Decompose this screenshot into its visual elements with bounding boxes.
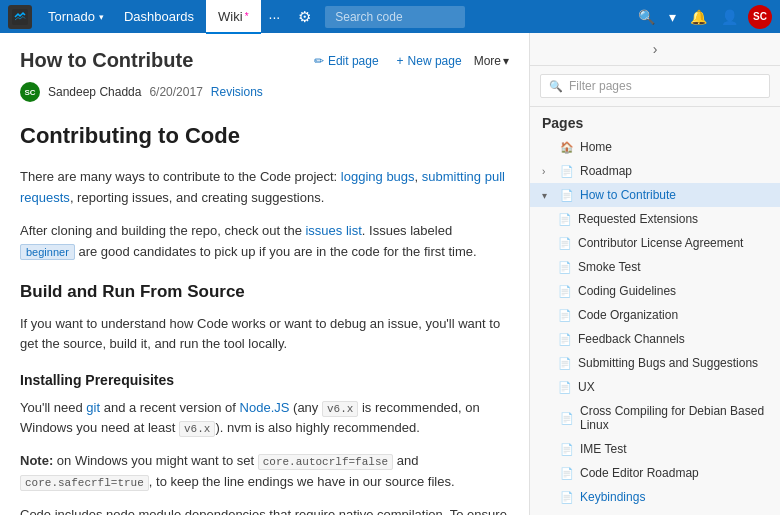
sidebar-item-label: Feedback Channels <box>578 332 768 346</box>
sidebar-item-color-customization[interactable]: 📄 Color customization color id changes <box>530 509 780 515</box>
plus-icon: + <box>397 54 404 68</box>
prereq-heading: Installing Prerequisites <box>20 369 509 391</box>
sidebar-item-ime-test[interactable]: 📄 IME Test <box>530 437 780 461</box>
note-label: Note: <box>20 453 53 468</box>
notifications-icon[interactable]: 🔔 <box>686 9 711 25</box>
sidebar-toggle[interactable]: › <box>530 33 780 66</box>
sidebar-item-label: Code Editor Roadmap <box>580 466 768 480</box>
logging-bugs-link[interactable]: logging bugs <box>341 169 415 184</box>
edit-icon: ✏ <box>314 54 324 68</box>
avatar-initials: SC <box>753 11 767 22</box>
article-body: Contributing to Code There are many ways… <box>20 118 509 515</box>
sidebar-item-submitting-bugs[interactable]: 📄 Submitting Bugs and Suggestions <box>530 351 780 375</box>
paragraph-4: You'll need git and a recent version of … <box>20 398 509 440</box>
author-line: SC Sandeep Chadda 6/20/2017 Revisions <box>20 82 509 102</box>
paragraph-2: After cloning and building the repo, che… <box>20 221 509 263</box>
sidebar-item-label: Cross Compiling for Debian Based Linux <box>580 404 768 432</box>
more-label: More <box>474 54 501 68</box>
sidebar-item-contributor-license[interactable]: 📄 Contributor License Agreement <box>530 231 780 255</box>
sidebar-item-smoke-test[interactable]: 📄 Smoke Test <box>530 255 780 279</box>
build-heading: Build and Run From Source <box>20 278 509 305</box>
sidebar: › 🔍 Filter pages Pages 🏠 Home › 📄 Roadma… <box>530 33 780 515</box>
sidebar-item-label: Roadmap <box>580 164 768 178</box>
project-selector[interactable]: Tornado ▾ <box>40 0 112 33</box>
page-icon: 📄 <box>560 491 574 504</box>
home-icon: 🏠 <box>560 141 574 154</box>
paragraph-1: There are many ways to contribute to the… <box>20 167 509 209</box>
sidebar-item-code-organization[interactable]: 📄 Code Organization <box>530 303 780 327</box>
page-icon: 📄 <box>558 357 572 370</box>
paragraph-5: Code includes node module dependencies t… <box>20 505 509 515</box>
settings-icon[interactable]: ⚙ <box>288 8 321 26</box>
sidebar-item-roadmap[interactable]: › 📄 Roadmap <box>530 159 780 183</box>
edit-page-label: Edit page <box>328 54 379 68</box>
issues-list-link[interactable]: issues list <box>305 223 361 238</box>
revisions-link[interactable]: Revisions <box>211 85 263 99</box>
sidebar-item-how-to-contribute[interactable]: ▾ 📄 How to Contribute <box>530 183 780 207</box>
more-dropdown[interactable]: More ▾ <box>474 54 509 68</box>
git-link[interactable]: git <box>86 400 100 415</box>
avatar[interactable]: SC <box>748 5 772 29</box>
page-actions: ✏ Edit page + New page More ▾ <box>308 51 509 71</box>
sidebar-item-ux[interactable]: 📄 UX <box>530 375 780 399</box>
sidebar-item-feedback-channels[interactable]: 📄 Feedback Channels <box>530 327 780 351</box>
paragraph-3: If you want to understand how Code works… <box>20 314 509 356</box>
user-icon[interactable]: 👤 <box>717 9 742 25</box>
search-input[interactable] <box>325 6 465 28</box>
sidebar-item-label: IME Test <box>580 442 768 456</box>
version-v6x: v6.x <box>322 401 358 417</box>
sidebar-item-keybindings[interactable]: 📄 Keybindings <box>530 485 780 509</box>
app-logo[interactable] <box>8 5 32 29</box>
beginner-badge: beginner <box>20 244 75 260</box>
sidebar-item-cross-compiling[interactable]: 📄 Cross Compiling for Debian Based Linux <box>530 399 780 437</box>
nodejs-link[interactable]: Node.JS <box>240 400 290 415</box>
pull-requests-link[interactable]: submitting pull requests <box>20 169 505 205</box>
content-area: How to Contribute ✏ Edit page + New page… <box>0 33 530 515</box>
sidebar-item-label: Coding Guidelines <box>578 284 768 298</box>
project-name: Tornado <box>48 9 95 24</box>
page-icon: 📄 <box>558 309 572 322</box>
dashboards-tab-label: Dashboards <box>124 9 194 24</box>
sidebar-item-coding-guidelines[interactable]: 📄 Coding Guidelines <box>530 279 780 303</box>
page-icon: 📄 <box>558 213 572 226</box>
sidebar-item-home[interactable]: 🏠 Home <box>530 135 780 159</box>
author-avatar: SC <box>20 82 40 102</box>
page-icon: 📄 <box>558 261 572 274</box>
sidebar-item-label: UX <box>578 380 768 394</box>
expand-icon: › <box>542 166 554 177</box>
sidebar-item-label: How to Contribute <box>580 188 768 202</box>
page-icon: 📄 <box>560 467 574 480</box>
nav-tab-dashboards[interactable]: Dashboards <box>112 0 206 33</box>
nav-tab-wiki[interactable]: Wiki* <box>206 0 260 33</box>
chevron-down-icon: ▾ <box>542 190 554 201</box>
page-icon: 📄 <box>560 165 574 178</box>
note-paragraph: Note: on Windows you might want to set c… <box>20 451 509 493</box>
sidebar-item-label: Code Organization <box>578 308 768 322</box>
nav-right-actions: 🔍 ▾ 🔔 👤 SC <box>634 5 772 29</box>
author-date: 6/20/2017 <box>149 85 202 99</box>
page-icon: 📄 <box>560 412 574 425</box>
page-icon: 📄 <box>560 443 574 456</box>
sidebar-item-label: Home <box>580 140 768 154</box>
main-container: How to Contribute ✏ Edit page + New page… <box>0 33 780 515</box>
new-page-button[interactable]: + New page <box>391 51 468 71</box>
chevron-down-icon[interactable]: ▾ <box>665 9 680 25</box>
page-icon: 📄 <box>558 381 572 394</box>
page-icon: 📄 <box>558 237 572 250</box>
nav-more-button[interactable]: ··· <box>261 9 289 25</box>
search-icon: 🔍 <box>549 80 563 93</box>
search-icon[interactable]: 🔍 <box>634 9 659 25</box>
sidebar-item-label: Contributor License Agreement <box>578 236 768 250</box>
author-initials: SC <box>24 88 35 97</box>
filter-pages-input[interactable]: 🔍 Filter pages <box>540 74 770 98</box>
page-icon: 📄 <box>560 189 574 202</box>
edit-page-button[interactable]: ✏ Edit page <box>308 51 385 71</box>
sidebar-item-code-editor-roadmap[interactable]: 📄 Code Editor Roadmap <box>530 461 780 485</box>
version-v6x-2: v6.x <box>179 421 215 437</box>
article-title: Contributing to Code <box>20 118 509 153</box>
new-page-label: New page <box>408 54 462 68</box>
sidebar-item-requested-extensions[interactable]: 📄 Requested Extensions <box>530 207 780 231</box>
chevron-down-icon: ▾ <box>99 12 104 22</box>
sidebar-item-label: Submitting Bugs and Suggestions <box>578 356 768 370</box>
page-icon: 📄 <box>558 333 572 346</box>
